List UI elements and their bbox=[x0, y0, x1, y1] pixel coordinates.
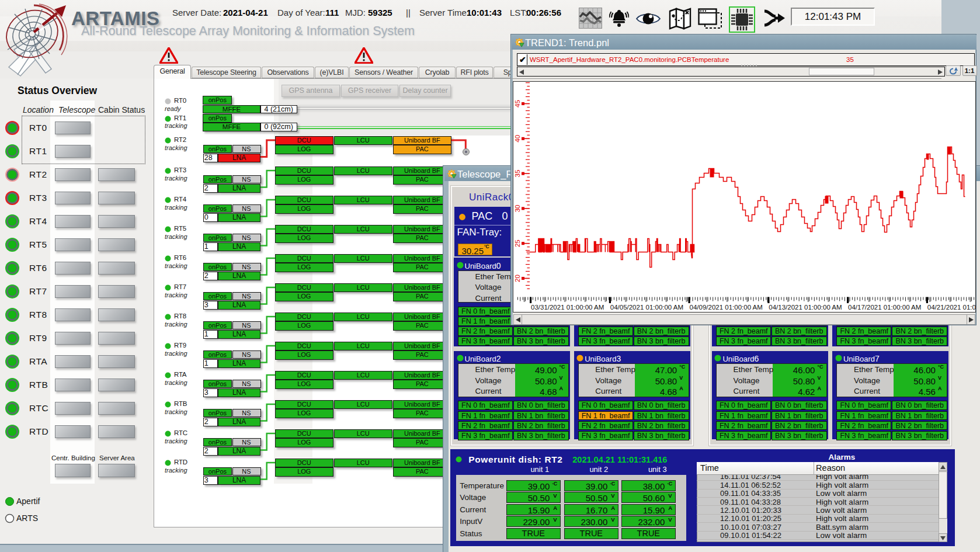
svg-text:40: 40 bbox=[514, 134, 521, 142]
svg-text:35: 35 bbox=[514, 169, 521, 177]
svg-text:30: 30 bbox=[514, 204, 521, 212]
svg-text:45: 45 bbox=[514, 100, 521, 107]
svg-text:25: 25 bbox=[514, 239, 521, 247]
svg-text:20: 20 bbox=[514, 275, 521, 282]
